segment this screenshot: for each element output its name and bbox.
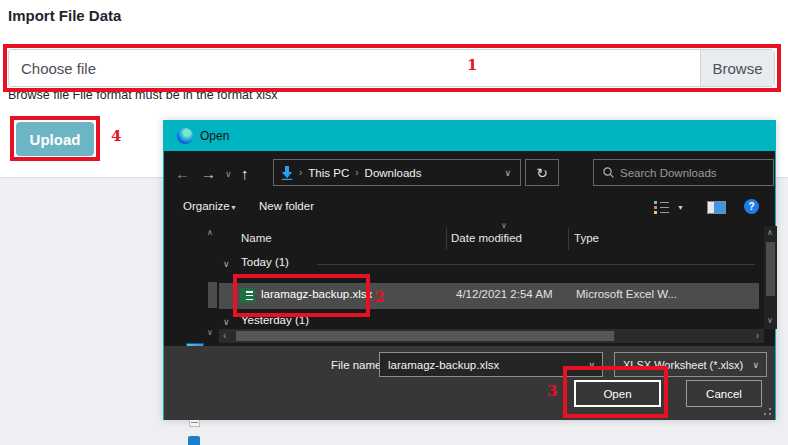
sidebar-scrollbar-thumb[interactable] [208,282,217,308]
group-label-today[interactable]: Today (1) [241,256,289,268]
file-input[interactable]: Choose file Browse [8,49,775,87]
file-input-label[interactable]: Choose file [9,60,700,77]
resize-grip[interactable] [769,413,771,415]
preview-pane-icon[interactable] [707,201,726,214]
filetype-dropdown-icon[interactable]: ∨ [752,360,759,370]
address-bar[interactable]: › This PC › Downloads ∨ [273,159,521,186]
scroll-up-icon[interactable]: ∧ [767,228,773,237]
excel-file-icon [240,288,255,303]
column-divider[interactable] [568,228,569,250]
help-icon[interactable]: ? [744,199,759,214]
breadcrumb-this-pc[interactable]: This PC [308,167,349,179]
sidebar-scrollbar[interactable]: ∧ ∨ [206,226,218,346]
column-header-name[interactable]: Name [241,232,272,244]
breadcrumb-separator: › [299,167,302,178]
group-label-yesterday[interactable]: Yesterday (1) [241,314,309,326]
file-name-label: File name: [331,359,385,371]
dialog-titlebar[interactable]: Open × [164,121,775,151]
refresh-icon[interactable]: ↻ [525,159,559,186]
file-name-combobox[interactable]: ∨ [379,352,603,377]
breadcrumb-separator: › [355,167,358,178]
scroll-left-icon[interactable]: ‹ [223,330,226,341]
open-file-dialog: Open × ← → ∨ ↑ › This PC › Downloads ∨ ↻… [163,120,776,420]
scroll-down-icon[interactable]: ∨ [207,328,213,337]
vertical-scrollbar[interactable]: ∧ ∨ [764,226,777,329]
scroll-right-icon[interactable]: › [756,330,759,341]
horizontal-scrollbar-thumb[interactable] [236,331,614,341]
annotation-number-4: 4 [111,127,121,145]
file-name-cell[interactable]: laramagz-backup.xlsx [261,288,372,300]
organize-dropdown-icon[interactable]: ▼ [230,204,237,211]
annotation-number-3: 3 [547,382,557,400]
file-type-cell: Microsoft Excel W... [576,288,748,300]
browse-button[interactable]: Browse [700,50,774,86]
history-chevron-icon[interactable]: ∨ [225,169,232,179]
column-header-type[interactable]: Type [574,232,599,244]
dialog-title: Open [200,129,229,143]
file-type-dropdown[interactable]: XLSX Worksheet (*.xlsx) ∨ [614,352,767,377]
forward-arrow-icon[interactable]: → [201,165,216,182]
file-name-input[interactable] [380,359,570,371]
group-divider-line [317,264,755,265]
search-icon [603,167,614,178]
file-date-cell: 4/12/2021 2:54 AM [456,288,553,300]
filename-dropdown-icon[interactable]: ∨ [588,360,595,370]
annotation-number-2: 2 [374,288,384,306]
search-box[interactable] [593,159,774,186]
edge-logo-icon [177,128,193,144]
cancel-button[interactable]: Cancel [686,380,762,407]
page-title: Import File Data [8,7,121,24]
annotation-number-1: 1 [467,56,477,74]
scroll-up-icon[interactable]: ∧ [207,228,213,237]
change-view-icon[interactable] [654,201,669,214]
scroll-down-icon[interactable]: ∨ [767,316,773,325]
group-chevron-icon[interactable]: ∨ [223,259,230,269]
back-arrow-icon[interactable]: ← [175,165,190,182]
file-type-value: XLSX Worksheet (*.xlsx) [615,359,745,371]
file-format-helper-text: Browse file File format must be in the f… [8,88,278,102]
column-divider[interactable] [446,228,447,250]
column-header-date-modified[interactable]: Date modified [451,232,522,244]
downloads-folder-icon [281,166,293,180]
breadcrumb-downloads[interactable]: Downloads [365,167,422,179]
vertical-scrollbar-thumb[interactable] [766,242,775,296]
new-folder-button[interactable]: New folder [259,200,314,212]
horizontal-scrollbar[interactable]: ‹ › [219,329,764,343]
sort-chevron-icon: ∨ [501,221,507,230]
up-arrow-icon[interactable]: ↑ [241,165,249,182]
downloads-icon[interactable] [188,436,200,445]
organize-menu[interactable]: Organize [183,200,230,212]
address-dropdown-icon[interactable]: ∨ [504,168,511,178]
group-chevron-icon[interactable]: ∨ [223,317,230,327]
search-input[interactable] [620,167,755,179]
open-button[interactable]: Open [574,380,661,407]
views-dropdown-icon[interactable]: ▼ [677,204,684,211]
upload-button[interactable]: Upload [16,122,94,156]
